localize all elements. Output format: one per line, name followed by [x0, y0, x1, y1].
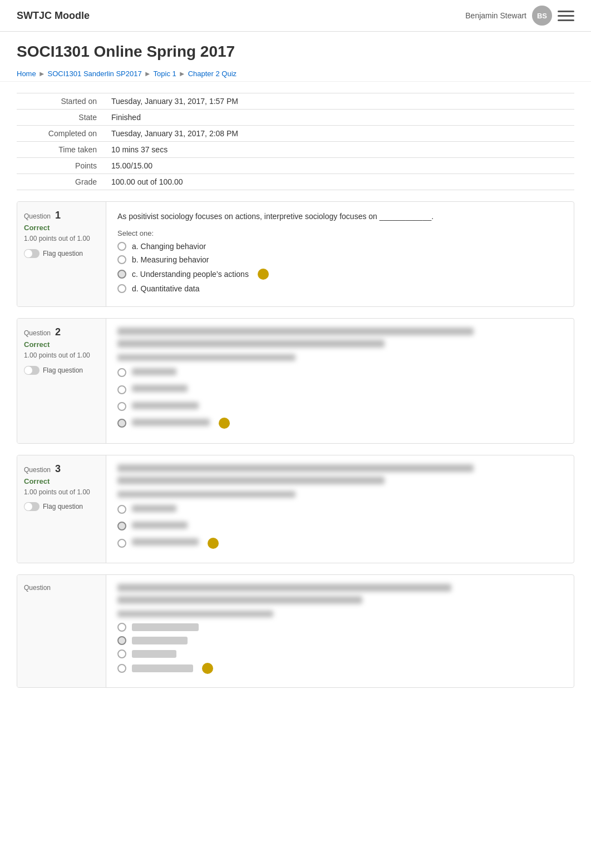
question-sidebar-2: Question 2 Correct 1.00 points out of 1.…: [17, 319, 106, 443]
option-text-blurred-2-1: [132, 383, 188, 395]
time-taken-value: 10 mins 37 secs: [106, 142, 574, 158]
correct-icon-1-2: [258, 269, 269, 280]
question-options-1: a. Changing behavior b. Measuring behavi…: [117, 242, 563, 293]
page-title: SOCI1301 Online Spring 2017: [0, 32, 591, 66]
completed-on-value: Tuesday, January 31, 2017, 2:08 PM: [106, 126, 574, 142]
correct-icon-extra-4: [202, 663, 213, 674]
breadcrumb-topic[interactable]: Topic 1: [154, 70, 176, 78]
radio-2-3[interactable]: [117, 419, 126, 428]
radio-extra-1[interactable]: [117, 623, 126, 632]
question-option-2-0[interactable]: [117, 366, 563, 379]
summary-points-row: Points 15.00/15.00: [17, 158, 574, 174]
summary-time-taken-row: Time taken 10 mins 37 secs: [17, 142, 574, 158]
started-on-label: Started on: [17, 93, 106, 110]
question-block-1: Question 1 Correct 1.00 points out of 1.…: [17, 201, 574, 307]
question-option-1-2[interactable]: c. Understanding people’s actions: [117, 269, 563, 280]
points-value: 15.00/15.00: [106, 158, 574, 174]
flag-toggle-3[interactable]: [24, 502, 40, 511]
question-content-extra: [106, 575, 574, 687]
question-status-2: Correct: [24, 340, 99, 349]
option-extra-1[interactable]: [117, 623, 563, 632]
option-text-1-2: c. Understanding people’s actions: [132, 270, 249, 279]
option-text-blurred-3-0: [132, 503, 176, 515]
summary-grade-row: Grade 100.00 out of 100.00: [17, 174, 574, 190]
question-number-2: 2: [55, 326, 61, 338]
completed-on-label: Completed on: [17, 126, 106, 142]
question-points-1: 1.00 points out of 1.00: [24, 234, 99, 244]
question-content-1: As positivist sociology focuses on actio…: [106, 202, 574, 306]
option-extra-2[interactable]: [117, 636, 563, 645]
question-points-3: 1.00 points out of 1.00: [24, 488, 99, 497]
select-label-1: Select one:: [117, 229, 563, 237]
option-text-blurred-3-1: [132, 520, 188, 532]
radio-2-2[interactable]: [117, 402, 126, 411]
question-status-3: Correct: [24, 477, 99, 485]
question-option-2-1[interactable]: [117, 383, 563, 395]
radio-2-1[interactable]: [117, 385, 126, 394]
correct-icon-3-2: [208, 538, 219, 549]
option-extra-4[interactable]: [117, 663, 563, 674]
option-text-extra-4: [132, 664, 193, 672]
flag-question-1[interactable]: Flag question: [24, 249, 99, 258]
top-bar: SWTJC Moodle Benjamin Stewart BS: [0, 0, 591, 32]
question-option-1-1[interactable]: b. Measuring behavior: [117, 255, 563, 264]
question-content-2: [106, 319, 574, 443]
breadcrumb-home[interactable]: Home: [17, 70, 36, 78]
option-text-blurred-2-0: [132, 366, 176, 379]
option-extra-3[interactable]: [117, 649, 563, 658]
question-content-3: [106, 455, 574, 563]
radio-3-2[interactable]: [117, 539, 126, 548]
radio-2-0[interactable]: [117, 368, 126, 377]
question-option-2-2[interactable]: [117, 400, 563, 413]
radio-1-1[interactable]: [117, 255, 126, 264]
flag-toggle-1[interactable]: [24, 249, 40, 258]
flag-question-3[interactable]: Flag question: [24, 502, 99, 511]
summary-state-row: State Finished: [17, 110, 574, 126]
question-option-3-2[interactable]: [117, 537, 563, 549]
question-options-extra: [117, 623, 563, 674]
radio-1-3[interactable]: [117, 284, 126, 293]
brand-logo[interactable]: SWTJC Moodle: [17, 10, 90, 22]
radio-1-2[interactable]: [117, 270, 126, 279]
question-number-row-1: Question 1: [24, 210, 99, 221]
question-option-1-3[interactable]: d. Quantitative data: [117, 284, 563, 293]
summary-table: Started on Tuesday, January 31, 2017, 1:…: [17, 93, 574, 190]
flag-question-2[interactable]: Flag question: [24, 366, 99, 375]
option-text-extra-2: [132, 637, 188, 644]
radio-1-0[interactable]: [117, 242, 126, 251]
breadcrumb-course[interactable]: SOCI1301 Sanderlin SP2017: [48, 70, 142, 78]
question-option-3-1[interactable]: [117, 520, 563, 532]
question-options-3: [117, 503, 563, 549]
radio-extra-2[interactable]: [117, 636, 126, 645]
hamburger-menu-icon[interactable]: [558, 7, 574, 24]
correct-icon-2-3: [219, 418, 230, 429]
flag-label-3: Flag question: [43, 503, 83, 510]
question-status-1: Correct: [24, 224, 99, 232]
radio-extra-4[interactable]: [117, 664, 126, 673]
question-points-2: 1.00 points out of 1.00: [24, 351, 99, 360]
question-number-1: 1: [55, 210, 61, 221]
question-option-1-0[interactable]: a. Changing behavior: [117, 242, 563, 251]
option-text-1-3: d. Quantitative data: [132, 284, 199, 293]
breadcrumb-sep-1: ►: [38, 70, 46, 78]
radio-3-1[interactable]: [117, 522, 126, 530]
user-menu: Benjamin Stewart BS: [465, 6, 574, 26]
question-option-3-0[interactable]: [117, 503, 563, 515]
question-sidebar-3: Question 3 Correct 1.00 points out of 1.…: [17, 455, 106, 563]
radio-extra-3[interactable]: [117, 649, 126, 658]
flag-toggle-2[interactable]: [24, 366, 40, 375]
radio-3-0[interactable]: [117, 505, 126, 514]
grade-value: 100.00 out of 100.00: [106, 174, 574, 190]
state-value: Finished: [106, 110, 574, 126]
question-option-2-3[interactable]: [117, 417, 563, 429]
breadcrumb-quiz[interactable]: Chapter 2 Quiz: [188, 70, 237, 78]
question-block-2: Question 2 Correct 1.00 points out of 1.…: [17, 318, 574, 444]
questions-container: Question 1 Correct 1.00 points out of 1.…: [17, 201, 574, 688]
breadcrumb-sep-3: ►: [179, 70, 186, 78]
question-options-2: [117, 366, 563, 430]
breadcrumb-sep-2: ►: [144, 70, 151, 78]
question-text-1: As positivist sociology focuses on actio…: [117, 211, 563, 222]
option-text-1-1: b. Measuring behavior: [132, 255, 209, 264]
breadcrumb: Home ► SOCI1301 Sanderlin SP2017 ► Topic…: [0, 66, 591, 82]
avatar[interactable]: BS: [532, 6, 552, 26]
